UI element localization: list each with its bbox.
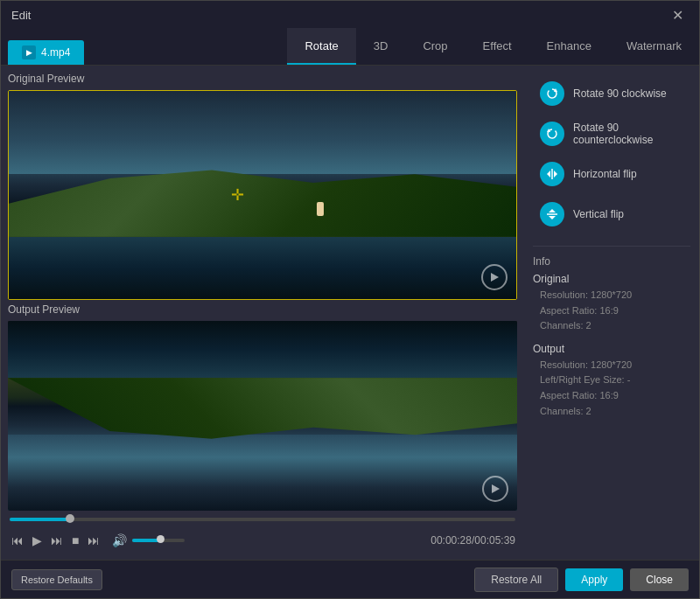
seekbar-thumb[interactable] [66,514,74,523]
output-scene [8,321,517,511]
skip-forward-button[interactable]: ⏭ [49,532,65,549]
close-button[interactable]: Close [630,568,689,591]
controls-row: ⏮ ▶ ⏭ ■ ⏭ 🔊 00:00:28/00:05:39 [8,528,517,553]
edit-window: Edit ✕ ▶ 4.mp4 Rotate 3D Crop Effect Enh… [0,0,700,599]
tab-enhance[interactable]: Enhance [529,28,609,65]
info-output-aspect: Aspect Ratio: 16:9 [533,388,690,404]
info-section: Info Original Resolution: 1280*720 Aspec… [533,246,690,428]
output-preview [8,321,517,511]
flip-h-label: Horizontal flip [573,168,637,180]
bottom-bar: Restore Defaults Restore All Apply Close [1,560,699,598]
flip-h-icon [540,162,564,186]
sky-layer [9,91,516,174]
info-original-label: Original [533,273,690,285]
file-icon: ▶ [22,45,36,59]
output-preview-label: Output Preview [8,303,517,316]
info-output-group: Output Resolution: 1280*720 Left/Right E… [533,343,690,419]
flip-h-button[interactable]: Horizontal flip [533,157,690,192]
time-display: 00:00:28/00:05:39 [430,534,515,547]
original-preview: ✛ [8,90,517,300]
play-button[interactable]: ▶ [31,532,44,549]
title-bar: Edit ✕ [1,1,699,29]
seekbar[interactable] [10,518,515,521]
tabs-right: Rotate 3D Crop Effect Enhance Watermark [287,28,699,65]
right-panel: Rotate 90 clockwise Rotate 90 counterclo… [524,66,699,560]
svg-marker-0 [491,273,499,282]
rotate-cw-icon [540,81,564,106]
tab-watermark[interactable]: Watermark [609,28,699,65]
tab-crop[interactable]: Crop [405,28,465,65]
person-figure [317,202,324,216]
water-layer [9,237,516,299]
tab-rotate[interactable]: Rotate [287,28,355,65]
end-button[interactable]: ⏭ [86,532,102,549]
left-panel: Original Preview ✛ [1,66,524,560]
info-title: Info [533,255,690,268]
info-original-group: Original Resolution: 1280*720 Aspect Rat… [533,273,690,334]
tab-3d[interactable]: 3D [356,28,406,65]
original-preview-label: Original Preview [8,73,517,85]
seekbar-area [8,514,517,525]
svg-marker-9 [549,216,556,219]
file-tab[interactable]: ▶ 4.mp4 [8,40,84,65]
svg-marker-8 [549,209,556,212]
crosshair-icon: ✛ [231,185,244,205]
rotate-ccw-label: Rotate 90 counterclockwise [573,122,683,146]
volume-area: 🔊 [110,532,185,549]
info-output-eye-size: Left/Right Eye Size: - [533,373,690,388]
skip-back-button[interactable]: ⏮ [10,532,25,549]
seekbar-fill [10,518,70,521]
rotate-cw-button[interactable]: Rotate 90 clockwise [533,76,690,111]
info-output-label: Output [533,343,690,355]
rotate-ccw-icon [540,122,564,146]
stop-button[interactable]: ■ [70,532,80,549]
info-original-aspect: Aspect Ratio: 16:9 [533,303,690,319]
svg-marker-6 [554,171,557,178]
content-area: Original Preview ✛ [1,66,699,560]
output-dark-layer [8,321,517,378]
flip-v-label: Vertical flip [573,208,624,220]
restore-all-button[interactable]: Restore All [474,568,558,592]
info-output-channels: Channels: 2 [533,404,690,420]
file-tab-label: 4.mp4 [41,46,70,59]
original-scene: ✛ [9,91,516,299]
volume-icon: 🔊 [110,532,129,549]
info-original-resolution: Resolution: 1280*720 [533,288,690,303]
flip-v-button[interactable]: Vertical flip [533,197,690,232]
window-close-button[interactable]: ✕ [667,5,689,25]
output-sky-layer [8,435,517,511]
svg-marker-1 [492,484,500,493]
info-original-channels: Channels: 2 [533,318,690,334]
rotate-cw-label: Rotate 90 clockwise [573,87,667,100]
apply-button[interactable]: Apply [565,568,623,591]
volume-slider[interactable] [132,539,185,542]
tab-effect[interactable]: Effect [466,28,529,65]
tab-bar: ▶ 4.mp4 Rotate 3D Crop Effect Enhance Wa… [1,29,699,66]
volume-fill [132,539,161,542]
svg-marker-5 [547,171,550,178]
rotate-ccw-button[interactable]: Rotate 90 counterclockwise [533,116,690,151]
flip-v-icon [540,202,564,226]
restore-defaults-button[interactable]: Restore Defaults [11,569,102,590]
volume-thumb[interactable] [157,535,164,543]
info-output-resolution: Resolution: 1280*720 [533,358,690,373]
window-title: Edit [11,9,31,22]
output-play-overlay-icon[interactable] [482,476,508,502]
